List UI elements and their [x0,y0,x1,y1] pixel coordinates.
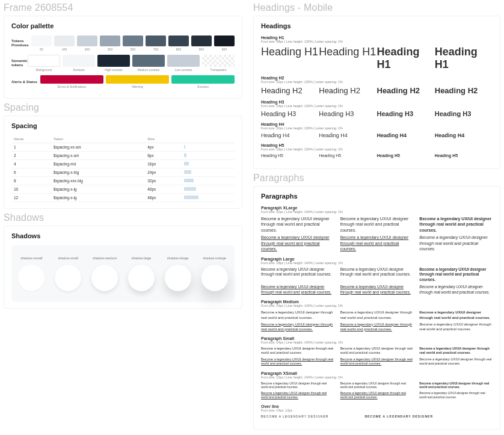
color-palette-title: Color pallette [11,22,235,29]
semantic-swatch: Medium contrast [132,55,165,72]
heading-sample: Heading H4 [261,132,319,138]
heading-sample: Heading H3 [435,110,493,117]
shadow-sample: shadow-large [124,256,158,291]
shadow-sample: shadow-medium [88,256,121,291]
swatch: 50 [31,35,52,51]
paragraph-block: Paragraph SmallFont size: 14px | Line he… [261,336,493,366]
heading-block: Heading H1Font size: 48px | Line height:… [261,35,493,71]
spacing-row: 8$spacing-xxx-big32px [11,177,235,185]
section-headings: Headings - Mobile [253,2,504,13]
heading-sample: Heading H5 [319,153,376,158]
heading-sample: Heading H5 [435,153,493,158]
color-palette-panel: Color pallette Tokens Primitives 5010020… [4,16,242,99]
alert-swatch: Warning [106,75,169,88]
semantic-label: Semantic tokens [11,59,28,67]
heading-sample: Heading H4 [435,132,493,138]
shadows-panel: Shadows shadow-xsmallshadow-smallshadow-… [4,226,242,309]
spacing-row: 10$spacing-x-lg40px [11,185,235,194]
headings-panel: Headings Heading H1Font size: 48px | Lin… [253,16,500,169]
heading-sample: Heading H1 [377,46,435,71]
alert-swatch: Success [171,75,235,88]
spacing-panel: Spacing NameTokenSize 1$spacing-xx-sm4px… [4,116,242,209]
heading-sample: Heading H2 [435,86,493,95]
heading-sample: Heading H1 [435,46,493,71]
heading-sample: Heading H4 [319,132,376,138]
overline-name: Over line [261,404,493,409]
spacing-row: 1$spacing-xx-sm4px [11,143,235,152]
semantic-swatch: Low contrast [167,55,200,72]
paragraphs-panel: Paragraphs Paragraph XLargeFont size: 20… [253,186,500,430]
overline-sample-bold: BECOME A LEGENDARY DESIGNER [364,415,433,418]
overline-spec: Font size: 14px, 12px [261,409,493,412]
heading-sample: Heading H1 [261,46,319,71]
spacing-row: 12$spacing-x-lg48px [11,194,235,202]
swatch: 700 [146,35,166,51]
heading-sample: Heading H3 [261,110,319,117]
shadow-sample: shadow-xsmall [15,256,48,291]
paragraphs-title: Paragraphs [261,193,493,200]
spacing-row: 2$spacing-x-sm8px [11,152,235,160]
heading-sample: Heading H5 [377,153,435,158]
heading-sample: Heading H3 [319,110,376,117]
alert-swatch: Errors & Notifications [40,75,103,88]
spacing-title: Spacing [11,122,235,129]
swatch: 500 [123,35,143,51]
heading-sample: Heading H3 [377,110,435,117]
shadow-sample: shadow-xlarge [161,256,194,291]
swatch: 200 [77,35,97,51]
swatch: 950 [214,35,235,51]
semantic-swatch: Transparent [202,55,235,72]
paragraph-block: Paragraph XSmallFont size: 12px | Line h… [261,371,493,400]
heading-sample: Heading H1 [319,46,376,71]
heading-sample: Heading H2 [377,86,435,95]
swatch: 300 [100,35,120,51]
heading-block: Heading H4Font size: 20px | Line height:… [261,122,493,138]
paragraph-block: Paragraph LargeFont size: 18px | Line he… [261,257,493,295]
spacing-row: 6$spacing-x-big24px [11,168,235,177]
overline-sample: BECOME A LEGENDARY DESIGNER [261,415,328,418]
section-frame: Frame 2608554 [4,2,246,13]
paragraph-block: Paragraph XLargeFont size: 20px | Line h… [261,206,493,252]
heading-block: Heading H3Font size: 24px | Line height:… [261,100,493,117]
heading-sample: Heading H2 [319,86,376,95]
headings-title: Headings [261,22,493,29]
heading-block: Heading H2Font size: 32px | Line height:… [261,76,493,95]
swatch: 900 [191,35,212,51]
paragraph-block: Paragraph MediumFont size: 16px | Line h… [261,300,493,331]
spacing-table: NameTokenSize 1$spacing-xx-sm4px2$spacin… [11,135,235,202]
semantic-swatch: Surfaces [63,55,95,72]
section-spacing: Spacing [4,102,246,113]
primitives-label: Tokens Primitives [11,39,31,47]
heading-sample: Heading H5 [261,153,319,158]
heading-sample: Heading H2 [261,86,319,95]
heading-block: Heading H5Font size: 18px | Line height:… [261,143,493,158]
shadows-title: Shadows [11,232,235,239]
shadow-sample: shadow-xxlarge [198,256,231,291]
section-paragraphs: Paragraphs [253,173,504,184]
swatch: 800 [168,35,189,51]
heading-sample: Heading H4 [377,132,435,138]
shadow-sample: shadow-small [52,256,85,291]
section-shadows: Shadows [4,212,246,223]
alerts-label: Alerts & Status [11,80,40,84]
spacing-row: 4$spacing-md16px [11,160,235,168]
semantic-swatch: Background [28,55,60,72]
semantic-swatch: High contrast [97,55,130,72]
swatch: 100 [54,35,75,51]
